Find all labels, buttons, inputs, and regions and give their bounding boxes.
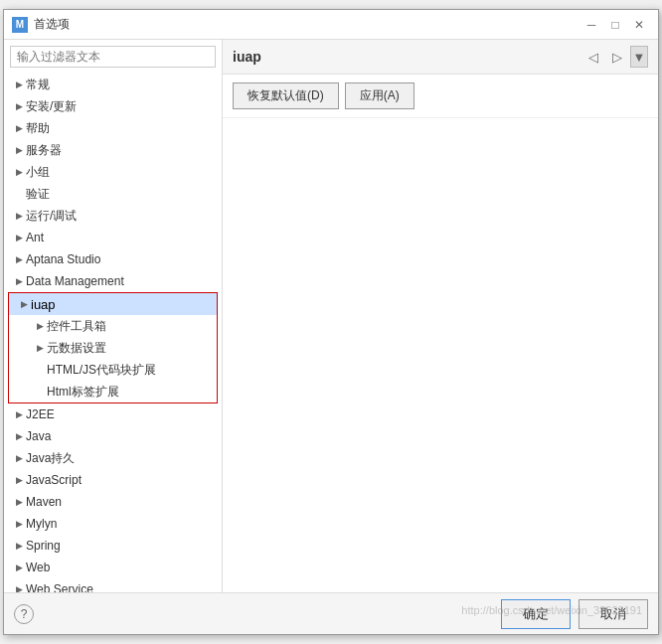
arrow-icon: ▶ bbox=[12, 582, 26, 592]
nav-dropdown-button[interactable]: ▼ bbox=[630, 46, 648, 68]
iuap-group: ▶ iuap ▶ 控件工具箱 ▶ 元数据设置 ▶ bbox=[8, 292, 218, 403]
tree-item-label: Web bbox=[26, 561, 50, 574]
arrow-icon: ▶ bbox=[12, 495, 26, 509]
tree-item-label: 小组 bbox=[26, 164, 50, 181]
back-button[interactable]: ◁ bbox=[582, 46, 604, 68]
child-label: Html标签扩展 bbox=[47, 384, 119, 401]
close-button[interactable]: ✕ bbox=[628, 14, 650, 36]
right-content bbox=[223, 118, 658, 592]
tree-area: ▶ 常规 ▶ 安装/更新 ▶ 帮助 ▶ 服务器 ▶ 小组 bbox=[4, 74, 222, 592]
arrow-icon: ▶ bbox=[12, 231, 26, 244]
tree-item-datamgmt[interactable]: ▶ Data Management bbox=[4, 270, 222, 292]
maximize-button[interactable]: □ bbox=[604, 14, 626, 36]
bottom-left: ? bbox=[14, 604, 34, 624]
confirm-button[interactable]: 确定 bbox=[501, 599, 571, 629]
iuap-child-component[interactable]: ▶ 控件工具箱 bbox=[9, 315, 217, 337]
arrow-icon: ▶ bbox=[12, 451, 26, 465]
title-buttons: ─ □ ✕ bbox=[580, 14, 650, 36]
tree-item-label: Java持久 bbox=[26, 450, 75, 467]
tree-item-label: Maven bbox=[26, 495, 62, 509]
tree-item-label: Spring bbox=[26, 539, 61, 553]
tree-item-java[interactable]: ▶ Java bbox=[4, 425, 222, 447]
right-panel-title: iuap bbox=[233, 49, 261, 65]
iuap-child-htmljs[interactable]: ▶ HTML/JS代码块扩展 bbox=[9, 359, 217, 381]
tree-item-label: 帮助 bbox=[26, 120, 50, 137]
tree-item-label: 常规 bbox=[26, 77, 50, 93]
right-toolbar: 恢复默认值(D) 应用(A) bbox=[223, 75, 658, 118]
tree-item-general[interactable]: ▶ 常规 bbox=[4, 74, 222, 95]
right-header: iuap ◁ ▷ ▼ bbox=[223, 40, 658, 75]
title-bar: M 首选项 ─ □ ✕ bbox=[4, 10, 658, 40]
right-panel: iuap ◁ ▷ ▼ 恢复默认值(D) 应用(A) bbox=[223, 40, 658, 592]
tree-item-label: J2EE bbox=[26, 407, 55, 421]
restore-defaults-button[interactable]: 恢复默认值(D) bbox=[233, 82, 339, 109]
arrow-icon: ▶ bbox=[12, 274, 26, 288]
arrow-icon: ▶ bbox=[12, 407, 26, 421]
tree-item-javascript[interactable]: ▶ JavaScript bbox=[4, 469, 222, 491]
tree-item-j2ee[interactable]: ▶ J2EE bbox=[4, 403, 222, 425]
tree-item-web[interactable]: ▶ Web bbox=[4, 557, 222, 578]
left-panel: ▶ 常规 ▶ 安装/更新 ▶ 帮助 ▶ 服务器 ▶ 小组 bbox=[4, 40, 223, 592]
arrow-icon: ▶ bbox=[12, 143, 26, 157]
iuap-child-htmltag[interactable]: ▶ Html标签扩展 bbox=[9, 381, 217, 402]
tree-item-run[interactable]: ▶ 运行/调试 bbox=[4, 205, 222, 227]
child-label: 控件工具箱 bbox=[47, 318, 106, 335]
tree-item-spring[interactable]: ▶ Spring bbox=[4, 535, 222, 557]
tree-item-label: 运行/调试 bbox=[26, 208, 77, 225]
bottom-right: 确定 取消 bbox=[501, 599, 648, 629]
nav-buttons: ◁ ▷ ▼ bbox=[582, 46, 648, 68]
arrow-icon: ▶ bbox=[12, 121, 26, 135]
tree-item-label: Mylyn bbox=[26, 517, 57, 531]
tree-item-ant[interactable]: ▶ Ant bbox=[4, 227, 222, 248]
iuap-label: iuap bbox=[31, 297, 56, 312]
arrow-icon: ▶ bbox=[12, 561, 26, 574]
tree-item-label: Data Management bbox=[26, 274, 124, 288]
tree-item-label: 验证 bbox=[26, 186, 50, 203]
forward-button[interactable]: ▷ bbox=[606, 46, 628, 68]
arrow-icon: ▶ bbox=[12, 429, 26, 443]
preferences-window: M 首选项 ─ □ ✕ ▶ 常规 ▶ 安装/更新 bbox=[3, 9, 659, 635]
tree-item-label: 安装/更新 bbox=[26, 98, 77, 115]
tree-item-label: Ant bbox=[26, 231, 44, 244]
window-title: 首选项 bbox=[34, 16, 70, 33]
arrow-icon: ▶ bbox=[12, 539, 26, 553]
cancel-button[interactable]: 取消 bbox=[579, 599, 648, 629]
tree-item-webservice[interactable]: ▶ Web Service bbox=[4, 578, 222, 592]
child-label: HTML/JS代码块扩展 bbox=[47, 362, 156, 379]
tree-item-label: Web Service bbox=[26, 582, 93, 592]
child-label: 元数据设置 bbox=[47, 340, 106, 357]
tree-item-maven[interactable]: ▶ Maven bbox=[4, 491, 222, 513]
tree-item-help[interactable]: ▶ 帮助 bbox=[4, 117, 222, 139]
arrow-icon: ▶ bbox=[33, 343, 47, 353]
minimize-button[interactable]: ─ bbox=[580, 14, 602, 36]
tree-item-label: 服务器 bbox=[26, 142, 62, 159]
apply-button[interactable]: 应用(A) bbox=[345, 82, 414, 109]
window-icon: M bbox=[12, 17, 28, 33]
arrow-icon: ▶ bbox=[12, 473, 26, 487]
arrow-icon: ▶ bbox=[33, 321, 47, 331]
tree-item-label: Aptana Studio bbox=[26, 252, 100, 266]
iuap-arrow-icon: ▶ bbox=[17, 299, 31, 309]
arrow-icon: ▶ bbox=[12, 165, 26, 179]
title-bar-left: M 首选项 bbox=[12, 16, 70, 33]
arrow-icon: ▶ bbox=[12, 209, 26, 223]
tree-item-auth[interactable]: ▶ 验证 bbox=[4, 183, 222, 205]
arrow-icon: ▶ bbox=[12, 252, 26, 266]
bottom-bar: ? 确定 取消 bbox=[4, 592, 658, 634]
tree-item-iuap[interactable]: ▶ iuap bbox=[9, 293, 217, 315]
tree-item-server[interactable]: ▶ 服务器 bbox=[4, 139, 222, 161]
tree-item-aptana[interactable]: ▶ Aptana Studio bbox=[4, 248, 222, 270]
arrow-icon: ▶ bbox=[12, 78, 26, 91]
filter-input[interactable] bbox=[10, 46, 216, 68]
tree-item-team[interactable]: ▶ 小组 bbox=[4, 161, 222, 183]
tree-item-mylyn[interactable]: ▶ Mylyn bbox=[4, 513, 222, 535]
help-button[interactable]: ? bbox=[14, 604, 34, 624]
tree-item-label: Java bbox=[26, 429, 51, 443]
iuap-children: ▶ 控件工具箱 ▶ 元数据设置 ▶ HTML/JS代码块扩展 ▶ bbox=[9, 315, 217, 402]
tree-item-install[interactable]: ▶ 安装/更新 bbox=[4, 95, 222, 117]
arrow-icon: ▶ bbox=[12, 517, 26, 531]
arrow-icon: ▶ bbox=[12, 99, 26, 113]
iuap-child-meta[interactable]: ▶ 元数据设置 bbox=[9, 337, 217, 359]
tree-item-javapersist[interactable]: ▶ Java持久 bbox=[4, 447, 222, 469]
content-area: ▶ 常规 ▶ 安装/更新 ▶ 帮助 ▶ 服务器 ▶ 小组 bbox=[4, 40, 658, 592]
